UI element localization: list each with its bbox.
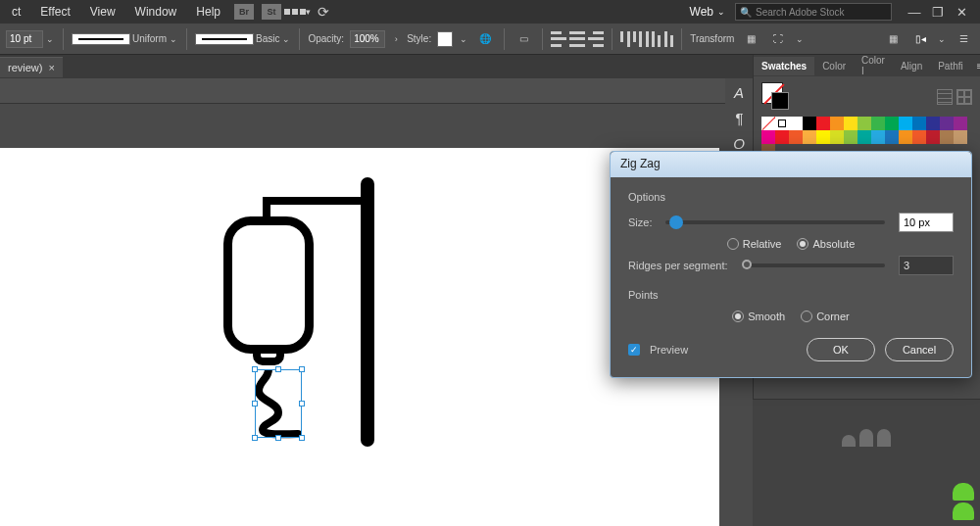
- paragraph-panel-icon[interactable]: ¶: [730, 110, 748, 127]
- ridges-slider[interactable]: [742, 263, 886, 267]
- swatch-color[interactable]: [912, 130, 926, 144]
- opacity-input[interactable]: [350, 30, 385, 48]
- shape-mode-icon[interactable]: ▦: [740, 28, 761, 50]
- stroke-profile-select[interactable]: Uniform ⌄: [72, 31, 178, 47]
- swatch-color[interactable]: [899, 130, 912, 144]
- bridge-icon[interactable]: Br: [234, 4, 254, 20]
- maximize-button[interactable]: ❐: [931, 5, 945, 19]
- iv-neck-shape: [253, 352, 284, 365]
- zigzag-dialog: Zig Zag Options Size: Relative Absolute …: [610, 151, 972, 378]
- close-window-button[interactable]: ✕: [955, 5, 968, 19]
- doc-setup-icon[interactable]: ▭: [513, 28, 534, 50]
- isolate-icon[interactable]: ⛶: [767, 28, 789, 50]
- corner-radio[interactable]: Corner: [801, 311, 850, 322]
- opacity-arrow-icon[interactable]: ›: [391, 31, 401, 47]
- stock-icon[interactable]: St: [262, 4, 281, 20]
- swatch-color[interactable]: [844, 130, 858, 144]
- brush-select[interactable]: Basic ⌄: [195, 31, 291, 47]
- tab-close-icon[interactable]: ×: [48, 62, 54, 73]
- swatch-color[interactable]: [844, 117, 858, 130]
- swatch-color[interactable]: [816, 130, 830, 144]
- swatch-color[interactable]: [899, 117, 912, 130]
- ridges-input[interactable]: [899, 256, 954, 275]
- swatch-color[interactable]: [926, 117, 940, 130]
- menu-effect[interactable]: Effect: [32, 2, 77, 22]
- menu-ct[interactable]: ct: [4, 2, 28, 22]
- stock-search-input[interactable]: 🔍 Search Adobe Stock: [735, 3, 892, 21]
- chevron-down-icon[interactable]: ⌄: [45, 31, 55, 47]
- swatch-color[interactable]: [816, 117, 830, 130]
- panel-menu-icon[interactable]: ☰: [953, 28, 974, 50]
- align-vertical-group[interactable]: [620, 31, 673, 47]
- swatch-color[interactable]: [803, 117, 816, 130]
- badge-icon[interactable]: [953, 483, 974, 501]
- menu-view[interactable]: View: [82, 2, 123, 22]
- swatch-color[interactable]: [885, 117, 899, 130]
- tab-title: review): [8, 62, 42, 73]
- tab-pathfinder[interactable]: Pathfi: [930, 57, 971, 75]
- swatch-registration[interactable]: [775, 117, 789, 130]
- fill-stroke-indicator[interactable]: [761, 82, 791, 112]
- style-label: Style:: [407, 33, 431, 44]
- iv-tube-selected-path[interactable]: [255, 369, 304, 440]
- collapsed-panel-icons: A ¶ O: [725, 78, 753, 153]
- size-slider[interactable]: [665, 220, 885, 224]
- arrange-icon[interactable]: ▾: [289, 3, 307, 21]
- iv-pole-shape: [361, 177, 374, 447]
- size-label: Size:: [628, 216, 652, 228]
- swatch-color[interactable]: [940, 117, 954, 130]
- slider-thumb-icon[interactable]: [742, 260, 752, 269]
- tab-color-guide[interactable]: Color I: [854, 51, 893, 80]
- relative-radio[interactable]: Relative: [727, 238, 782, 250]
- list-view-icon[interactable]: [937, 89, 953, 105]
- ok-button[interactable]: OK: [807, 338, 875, 361]
- transform-link[interactable]: Transform: [690, 33, 734, 44]
- swatch-color[interactable]: [871, 117, 885, 130]
- smooth-radio[interactable]: Smooth: [732, 311, 785, 322]
- tab-align[interactable]: Align: [893, 57, 930, 75]
- snap-pixel-icon[interactable]: ▦: [882, 28, 904, 50]
- swatch-color[interactable]: [954, 130, 967, 144]
- swatch-color[interactable]: [940, 130, 954, 144]
- swatch-color[interactable]: [830, 130, 844, 144]
- swatch-color[interactable]: [912, 117, 926, 130]
- globe-icon[interactable]: 🌐: [474, 28, 496, 50]
- swatch-color[interactable]: [858, 117, 871, 130]
- badge-icon[interactable]: [953, 502, 974, 520]
- tab-color[interactable]: Color: [814, 57, 854, 75]
- stroke-weight-input[interactable]: [6, 30, 43, 48]
- menu-window[interactable]: Window: [127, 2, 185, 22]
- stroke-weight-field[interactable]: ⌄: [6, 30, 55, 48]
- document-profile-select[interactable]: Web⌄: [684, 5, 731, 19]
- swatch-color[interactable]: [761, 130, 775, 144]
- swatch-color[interactable]: [789, 130, 803, 144]
- style-swatch[interactable]: [437, 31, 453, 47]
- preview-label: Preview: [650, 344, 688, 356]
- absolute-radio[interactable]: Absolute: [797, 238, 855, 250]
- character-panel-icon[interactable]: A: [730, 84, 748, 102]
- document-tab[interactable]: review) ×: [0, 57, 63, 77]
- align-to-icon[interactable]: ▯◂: [909, 28, 931, 50]
- grid-view-icon[interactable]: [956, 89, 972, 105]
- panel-menu-icon[interactable]: ≡: [971, 61, 980, 72]
- swatch-none[interactable]: [761, 117, 775, 130]
- size-input[interactable]: [899, 213, 954, 232]
- swatch-color[interactable]: [954, 117, 967, 130]
- preview-checkbox[interactable]: ✓: [628, 344, 640, 356]
- swatch-color[interactable]: [926, 130, 940, 144]
- swatch-color[interactable]: [803, 130, 816, 144]
- swatch-color[interactable]: [775, 130, 789, 144]
- slider-thumb-icon[interactable]: [669, 215, 683, 229]
- tab-swatches[interactable]: Swatches: [754, 57, 814, 75]
- minimize-button[interactable]: —: [907, 5, 921, 19]
- cancel-button[interactable]: Cancel: [885, 338, 954, 361]
- swatch-color[interactable]: [858, 130, 871, 144]
- dialog-titlebar[interactable]: Zig Zag: [611, 152, 971, 177]
- menu-help[interactable]: Help: [188, 2, 228, 22]
- swatch-color[interactable]: [885, 130, 899, 144]
- gpu-icon[interactable]: ⟳: [315, 3, 332, 21]
- swatch-color[interactable]: [871, 130, 885, 144]
- swatch-color[interactable]: [789, 117, 803, 130]
- align-horizontal-group[interactable]: [551, 31, 604, 47]
- swatch-color[interactable]: [830, 117, 844, 130]
